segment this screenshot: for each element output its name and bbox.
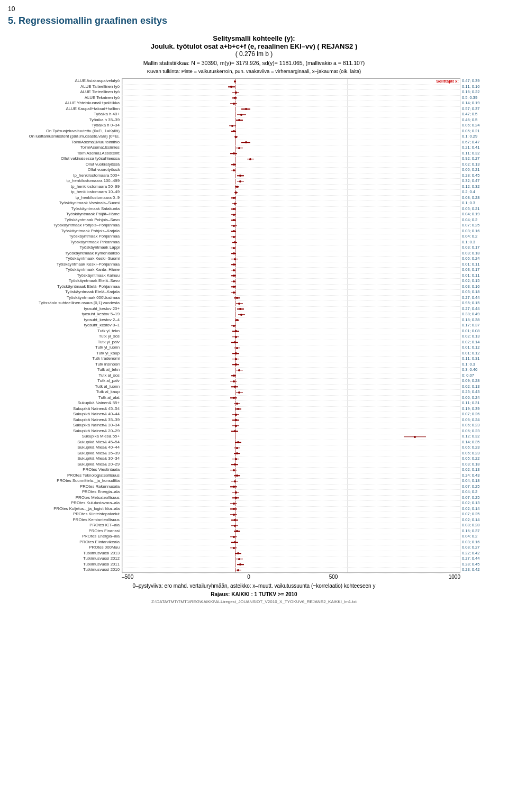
value-label: 0.28; 0.45 (462, 173, 500, 179)
data-point (233, 275, 235, 277)
value-label: 0.04; 0.2 (462, 489, 500, 495)
chart-row (122, 518, 460, 524)
row-label: Työskäyntmaak Etelä–Savo (8, 278, 122, 284)
data-point (414, 436, 416, 438)
data-point (235, 191, 237, 194)
data-point (236, 447, 238, 449)
data-point (236, 452, 238, 454)
data-point (233, 536, 235, 538)
chart-row (122, 134, 460, 140)
data-point (233, 469, 235, 471)
file-path: Z:\DATA\TMT\TMT1\REG\KAIKKI\ALL\regest_J… (8, 599, 500, 604)
row-label: Tutkimusvuosi 2013 (8, 551, 122, 556)
value-label: 0.46; 0.5 (462, 117, 500, 123)
data-point (238, 558, 240, 560)
row-label: Ollut vakinaisessa työsuhteessa (8, 156, 122, 162)
row-label: ALUE Tieteellinen työ (8, 89, 122, 95)
row-label: Työskäyntmaak Keski–Suomi (8, 256, 122, 262)
data-point (233, 325, 235, 327)
data-point (233, 547, 235, 549)
data-point (237, 569, 239, 571)
value-label: 0.2; 0.4 (462, 189, 500, 195)
value-label: 0.03; 0.17 (462, 245, 500, 251)
value-label: 0.03; 0.18 (462, 462, 500, 468)
value-label: 0.06; 0.24 (462, 417, 500, 423)
chart-row (122, 234, 460, 240)
row-label: Tutk yl_palv (8, 340, 122, 345)
chart-row (122, 551, 460, 557)
data-point (233, 291, 235, 294)
data-point (235, 491, 237, 494)
chart-title-line1: Selitysmalli kohteelle (y): (8, 34, 500, 42)
chart-row (122, 185, 460, 190)
data-point (235, 330, 237, 332)
data-point (239, 175, 241, 177)
data-point (233, 219, 235, 221)
chart-row (122, 129, 460, 135)
data-point (235, 358, 237, 360)
value-label: 0.01; 0.08 (462, 329, 500, 334)
data-point (233, 169, 235, 171)
chart-wrapper: ALUE AsiakaspalvelutyöALUE Taiteellinen … (8, 78, 500, 573)
data-point (233, 486, 235, 488)
row-label: tp_henkilostomaara 50–99 (8, 184, 122, 190)
data-point (235, 136, 237, 138)
data-point (234, 386, 236, 388)
data-point (234, 241, 236, 243)
value-label: 0.04; 0.2 (462, 217, 500, 223)
row-label: PROtes ICT–ala (8, 523, 122, 528)
data-point (236, 403, 238, 405)
chart-row (122, 540, 460, 546)
data-point (233, 380, 235, 382)
data-point (233, 280, 235, 282)
row-label: Sukupikä Mies& 20–29 (8, 462, 122, 468)
data-point (234, 80, 236, 83)
value-label: 0.27; 0.44 (462, 306, 500, 312)
data-point (233, 152, 235, 154)
data-point (236, 186, 238, 188)
chart-row (122, 212, 460, 218)
data-point (234, 430, 236, 432)
chart-row (122, 423, 460, 429)
value-label: 0.02; 0.13 (462, 384, 500, 390)
data-point (235, 497, 237, 499)
data-point (231, 125, 233, 127)
value-label: 0.1; 0.3 (462, 240, 500, 245)
value-label: 0.03; 0.16 (462, 284, 500, 290)
data-point (238, 391, 240, 394)
row-label: PROtes Energia–ala (8, 489, 122, 495)
chart-row (122, 407, 460, 413)
data-point (239, 563, 241, 565)
data-point (233, 503, 235, 505)
row-label: Työskäyntmaak Varsinais–Suomi (8, 200, 122, 206)
row-label: Tutk al_sos (8, 373, 122, 379)
page-container: 10 5. Regressiomallin graafinen esitys S… (8, 5, 500, 604)
value-label: 0.06; 0.24 (462, 395, 500, 401)
row-label: PROtes Kuljetus–_ja_logistiikka–ala (8, 506, 122, 512)
chart-row (122, 323, 460, 329)
chart-row (122, 307, 460, 313)
value-label: 0.16; 0.22 (462, 89, 500, 95)
x-label-1000: 1000 (376, 574, 460, 580)
chart-row (122, 145, 460, 151)
data-point (235, 363, 237, 366)
data-point (233, 214, 235, 216)
row-label: Työssäolo suhteellinen osuus [0,1] vuode… (8, 300, 122, 306)
main-title: 5. Regressiomallin graafinen esitys (8, 15, 500, 26)
row-label: Työskäyntmaak Etelä–Karjala (8, 289, 122, 295)
chart-row (122, 290, 460, 296)
chart-row (122, 101, 460, 107)
chart-row (122, 174, 460, 179)
chart-title-line2: Jouluk. työtulot osat a+b+c+f (e, reaali… (8, 42, 500, 50)
row-label: PROtes Kiinteistopalvelut (8, 512, 122, 517)
data-point (233, 225, 235, 227)
chart-row (122, 229, 460, 235)
value-label: 0.06; 0.21 (462, 167, 500, 173)
value-label: 0.27; 0.44 (462, 556, 500, 562)
row-label: PROtes Teknologiateollisuus (8, 473, 122, 479)
row-label: Työskäyntmaak Pohjanmaa (8, 234, 122, 240)
value-label: 0.5; 0.39 (462, 95, 500, 101)
selittajat-header: Selittäjät x: (436, 79, 459, 84)
value-label: 0.09; 0.28 (462, 378, 500, 384)
row-label: Työskäyntmaak Pohjois–Pohjanmaa (8, 223, 122, 229)
